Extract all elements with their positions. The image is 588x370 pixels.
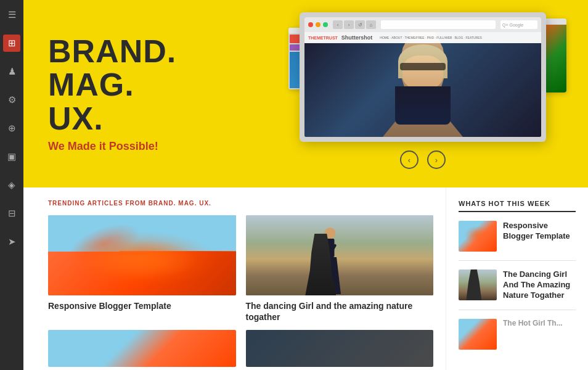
tag-icon[interactable]: ◈ <box>3 176 20 194</box>
hot-thumb-3 <box>459 319 497 350</box>
article-thumb-3 <box>48 330 236 367</box>
hero-subtitle: We Made it Possible! <box>48 140 282 153</box>
globe-icon[interactable]: ⊕ <box>3 120 20 137</box>
menu-icon[interactable]: ☰ <box>3 6 20 23</box>
article-thumb-4 <box>246 330 434 367</box>
article-title-1: Responsive Blogger Template <box>48 300 236 311</box>
hot-item-title-2: The Dancing Girl And The Amazing Nature … <box>503 269 576 301</box>
browser-site-navbar: THEMETRUST Shuttershot HOME · ABOUT · TH… <box>304 32 541 43</box>
hot-autumn-image-3 <box>459 319 497 350</box>
hot-item-1[interactable]: Responsive Blogger Template <box>459 221 576 252</box>
browser-forward-btn[interactable]: › <box>344 20 354 29</box>
autumn-image-1 <box>48 215 236 295</box>
articles-section: TRENDING ARTICLES FROM BRAND. MAG. UX. <box>23 187 446 370</box>
hero-image-area: ‹ › ↺ ⌂ Q+ Google THEMETRUST Shuttershot… <box>282 18 563 169</box>
article-card-2[interactable]: The dancing Girl and the amazing nature … <box>246 215 434 323</box>
browser-back-btn[interactable]: ‹ <box>333 20 343 29</box>
hero-title: BRAND. MAG. UX. <box>48 35 282 136</box>
hero-prev-button[interactable]: ‹ <box>400 150 419 169</box>
browser-url-bar[interactable] <box>381 20 496 29</box>
browser-nav-buttons: ‹ › ↺ ⌂ <box>333 20 376 29</box>
hero-text-block: BRAND. MAG. UX. We Made it Possible! <box>48 35 282 154</box>
main-content: BRAND. MAG. UX. We Made it Possible! <box>23 0 588 370</box>
hot-item-3[interactable]: The Hot Girl Th... <box>459 319 576 350</box>
sidebar: ☰ ⊞ ♟ ⚙ ⊕ ▣ ◈ ⊟ ➤ <box>0 0 23 370</box>
hot-thumb-2 <box>459 269 497 300</box>
hot-item-title-3: The Hot Girl Th... <box>503 319 563 329</box>
hot-thumb-1 <box>459 221 497 252</box>
article-card-1[interactable]: Responsive Blogger Template <box>48 215 236 323</box>
browser-dot-red <box>308 22 313 27</box>
home-icon[interactable]: ⊞ <box>3 35 20 52</box>
browser-mockup-main: ‹ › ↺ ⌂ Q+ Google THEMETRUST Shuttershot… <box>300 12 546 142</box>
image-icon[interactable]: ▣ <box>3 148 20 165</box>
dark-image-1 <box>246 330 434 367</box>
hot-item-title-1: Responsive Blogger Template <box>503 221 576 242</box>
browser-girl-image <box>304 32 541 137</box>
hot-divider-2 <box>459 310 576 310</box>
article-grid: Responsive Blogger Template <box>48 215 433 323</box>
gear-icon[interactable]: ⚙ <box>3 91 20 109</box>
section-brand: BRAND. MAG. UX. <box>149 200 211 207</box>
browser-dot-yellow <box>316 22 321 27</box>
hot-title: WHATS HOT THIS WEEK <box>459 200 576 212</box>
girl-image-1 <box>246 215 434 295</box>
hot-item-2[interactable]: The Dancing Girl And The Amazing Nature … <box>459 269 576 301</box>
hot-autumn-image-1 <box>459 221 497 252</box>
browser-content: THEMETRUST Shuttershot HOME · ABOUT · TH… <box>304 32 541 137</box>
browser-home-btn[interactable]: ⌂ <box>366 20 376 29</box>
article-row-2 <box>48 330 433 370</box>
article-thumb-1 <box>48 215 236 295</box>
hero-navigation-arrows: ‹ › <box>400 150 446 169</box>
user-icon[interactable]: ♟ <box>3 63 20 80</box>
hot-divider-1 <box>459 260 576 261</box>
news-icon[interactable]: ⊟ <box>3 205 20 222</box>
browser-search-bar[interactable]: Q+ Google <box>500 20 537 29</box>
browser-nav-items: HOME · ABOUT · THEME/FREE · PAID · FULL/… <box>380 36 482 39</box>
send-icon[interactable]: ➤ <box>3 233 20 250</box>
autumn-image-2 <box>48 330 236 367</box>
article-title-2: The dancing Girl and the amazing nature … <box>246 300 434 323</box>
content-area: TRENDING ARTICLES FROM BRAND. MAG. UX. <box>23 187 588 370</box>
browser-dot-green <box>323 22 328 27</box>
hot-section: WHATS HOT THIS WEEK Responsive Blogger T… <box>446 187 588 370</box>
hero-next-button[interactable]: › <box>427 150 446 169</box>
hero-section: BRAND. MAG. UX. We Made it Possible! <box>23 0 588 187</box>
section-label: TRENDING ARTICLES FROM BRAND. MAG. UX. <box>48 200 433 207</box>
browser-site-name: Shuttershot <box>341 35 373 41</box>
browser-refresh-btn[interactable]: ↺ <box>355 20 365 29</box>
browser-site-logo: THEMETRUST <box>308 36 338 40</box>
article-thumb-2 <box>246 215 434 295</box>
hot-girl-image <box>459 269 497 300</box>
